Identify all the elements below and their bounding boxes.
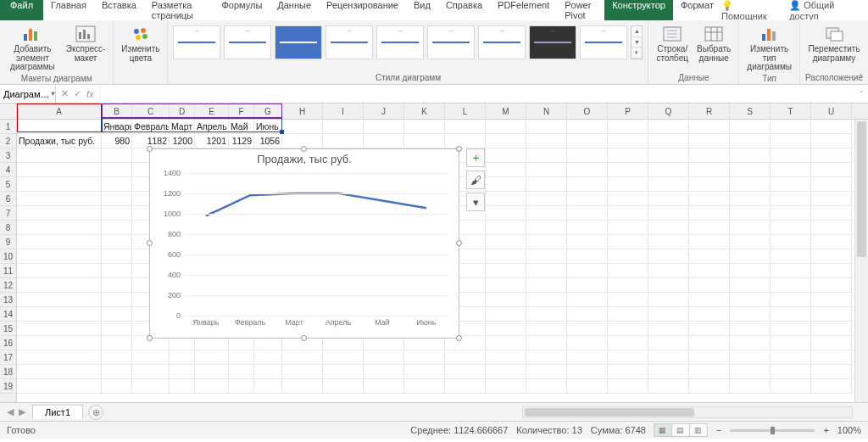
cell[interactable] [771, 350, 811, 365]
cell[interactable] [608, 365, 648, 379]
cell[interactable] [648, 278, 689, 293]
cell[interactable] [17, 365, 102, 379]
cell[interactable]: 1129 [229, 134, 254, 148]
column-header[interactable]: O [567, 104, 608, 119]
row-header[interactable]: 12 [0, 278, 16, 293]
cell[interactable]: Май [229, 120, 254, 134]
cell[interactable] [648, 365, 689, 379]
cell[interactable] [102, 278, 132, 293]
cell[interactable] [486, 322, 526, 336]
add-chart-element-button[interactable]: Добавить элемент диаграммы [5, 22, 60, 74]
chart-style-thumb[interactable]: — [376, 25, 424, 59]
cell[interactable] [730, 148, 771, 163]
cell[interactable] [195, 365, 229, 379]
cell[interactable] [170, 379, 195, 394]
formula-bar[interactable] [100, 85, 854, 103]
cell[interactable] [689, 163, 730, 177]
cell[interactable] [526, 336, 567, 350]
cell[interactable] [689, 278, 730, 293]
row-header[interactable]: 13 [0, 293, 16, 307]
cell[interactable] [170, 350, 195, 365]
cell[interactable] [486, 163, 526, 177]
cell[interactable] [323, 350, 364, 365]
cell[interactable] [526, 322, 567, 336]
resize-handle[interactable] [147, 335, 153, 341]
row-header[interactable]: 7 [0, 206, 16, 221]
cell[interactable] [648, 249, 689, 264]
gallery-scroll-button[interactable]: ▼ [632, 37, 642, 48]
cell[interactable] [771, 163, 811, 177]
cell[interactable] [102, 379, 132, 394]
cell[interactable] [17, 322, 102, 336]
cell[interactable]: Продажи, тыс руб. [17, 134, 102, 148]
row-header[interactable]: 2 [0, 134, 16, 148]
cell[interactable] [195, 350, 229, 365]
chart-style-thumb[interactable]: — [427, 25, 475, 59]
cell[interactable] [811, 235, 852, 249]
menu-tab-справка[interactable]: Справка [438, 0, 490, 23]
cell[interactable] [730, 293, 771, 307]
add-sheet-button[interactable]: ⊕ [88, 405, 103, 420]
chart-style-thumb[interactable]: — [275, 25, 322, 59]
cell[interactable] [730, 336, 771, 350]
cell[interactable] [486, 249, 526, 264]
column-header[interactable]: Q [648, 104, 689, 119]
select-data-button[interactable]: Выбрать данные [694, 22, 733, 73]
cell[interactable] [608, 293, 648, 307]
column-header[interactable]: K [404, 104, 445, 119]
cell[interactable]: 1200 [170, 134, 195, 148]
cell[interactable] [730, 221, 771, 235]
cell[interactable] [526, 264, 567, 278]
cell[interactable] [648, 206, 689, 221]
resize-handle[interactable] [147, 240, 153, 246]
cell[interactable] [730, 307, 771, 322]
cell[interactable] [486, 307, 526, 322]
chart-elements-button[interactable]: ＋ [466, 148, 485, 167]
cell[interactable] [526, 192, 567, 206]
cell[interactable] [170, 365, 195, 379]
cell[interactable] [17, 235, 102, 249]
cell[interactable] [17, 336, 102, 350]
cell[interactable] [526, 120, 567, 134]
cell[interactable] [689, 148, 730, 163]
cell[interactable]: Июнь [254, 120, 282, 134]
cell[interactable] [648, 322, 689, 336]
cell[interactable]: Апрель [195, 120, 229, 134]
cell[interactable] [17, 307, 102, 322]
normal-view-button[interactable]: ▦ [654, 423, 672, 437]
cell[interactable] [648, 293, 689, 307]
cell[interactable] [648, 350, 689, 365]
cell[interactable] [567, 192, 608, 206]
cell[interactable]: Март [170, 120, 195, 134]
cell[interactable] [567, 163, 608, 177]
row-header[interactable]: 18 [0, 365, 16, 379]
cell[interactable] [132, 350, 170, 365]
cell[interactable] [648, 379, 689, 394]
column-header[interactable]: J [364, 104, 404, 119]
cell[interactable] [132, 365, 170, 379]
resize-handle[interactable] [456, 240, 462, 246]
cell[interactable] [811, 322, 852, 336]
column-header[interactable]: D [170, 104, 195, 119]
cell[interactable] [102, 264, 132, 278]
cell[interactable] [445, 134, 486, 148]
cell[interactable] [811, 221, 852, 235]
cell[interactable] [689, 307, 730, 322]
file-tab[interactable]: Файл [0, 0, 43, 23]
cell[interactable] [17, 177, 102, 192]
column-header[interactable]: U [811, 104, 852, 119]
cell[interactable] [404, 379, 445, 394]
cell[interactable] [364, 120, 404, 134]
cell[interactable] [102, 177, 132, 192]
cell[interactable] [730, 192, 771, 206]
zoom-out-button[interactable]: − [716, 425, 721, 435]
cell[interactable] [811, 365, 852, 379]
cell[interactable] [486, 336, 526, 350]
cell[interactable] [648, 177, 689, 192]
cell[interactable]: 1056 [254, 134, 282, 148]
cell[interactable] [567, 350, 608, 365]
row-header[interactable]: 19 [0, 379, 16, 394]
cell[interactable] [445, 365, 486, 379]
chart-style-thumb[interactable]: — [529, 25, 576, 59]
cell[interactable] [771, 249, 811, 264]
